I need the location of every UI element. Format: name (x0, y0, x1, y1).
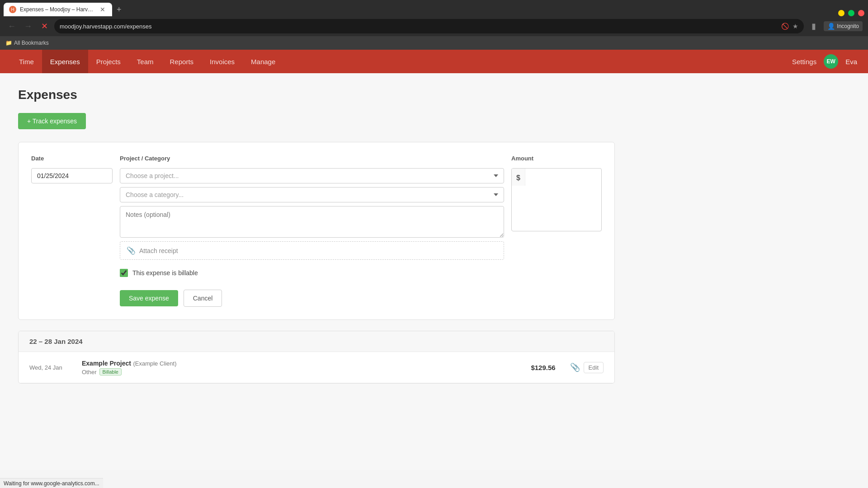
cancel-button[interactable]: Cancel (184, 290, 222, 307)
new-tab-button[interactable]: + (113, 3, 125, 16)
incognito-indicator: 👤 Incognito (824, 21, 863, 31)
address-bar[interactable]: moodjoy.harvestapp.com/expenses 🚫 ★ (54, 19, 804, 33)
browser-tab-bar: H Expenses – Moodjoy – Harvest ✕ + (0, 0, 868, 16)
attach-receipt-label: Attach receipt (139, 247, 178, 254)
close-button[interactable] (858, 10, 864, 16)
amount-input[interactable] (525, 169, 602, 231)
incognito-label: Incognito (837, 23, 859, 29)
form-header-row: Date Project / Category Amount (31, 155, 602, 164)
app-nav: Time Expenses Projects Team Reports Invo… (0, 50, 868, 73)
folder-icon: 📁 (5, 40, 12, 46)
page-content: Expenses + Track expenses Date Project /… (0, 73, 633, 398)
nav-item-manage[interactable]: Manage (243, 50, 283, 73)
project-category-label: Project / Category (120, 155, 504, 162)
week-header: 22 – 28 Jan 2024 (19, 331, 614, 352)
expense-project-name: Example Project (Example Client) (82, 359, 299, 367)
notes-textarea[interactable] (120, 206, 504, 238)
project-col-header: Project / Category (120, 155, 504, 164)
back-button[interactable]: ← (5, 20, 18, 33)
avatar: EW (824, 54, 838, 69)
paperclip-icon: 📎 (127, 246, 136, 255)
billable-badge: Billable (99, 368, 122, 375)
url-text: moodjoy.harvestapp.com/expenses (60, 23, 778, 30)
page-title: Expenses (18, 88, 615, 102)
date-column (31, 168, 113, 183)
bookmarks-label: All Bookmarks (14, 40, 49, 46)
nav-item-expenses[interactable]: Expenses (42, 50, 88, 73)
nav-item-reports[interactable]: Reports (162, 50, 202, 73)
nav-right: Settings EW Eva (792, 54, 857, 69)
tab-favicon: H (9, 6, 16, 13)
app-container: Time Expenses Projects Team Reports Invo… (0, 50, 868, 470)
sidebar-button[interactable]: ▮ (807, 20, 820, 33)
expense-project: Example Project (Example Client) Other B… (82, 359, 299, 375)
window-controls (838, 10, 864, 16)
settings-link[interactable]: Settings (792, 58, 816, 66)
minimize-button[interactable] (838, 10, 844, 16)
date-input[interactable] (31, 168, 113, 183)
form-actions: Save expense Cancel (120, 290, 504, 307)
amount-label: Amount (511, 155, 602, 162)
nav-item-projects[interactable]: Projects (88, 50, 129, 73)
maximize-button[interactable] (848, 10, 854, 16)
nav-item-invoices[interactable]: Invoices (202, 50, 243, 73)
address-icons: 🚫 ★ (781, 23, 798, 30)
form-main-row: Choose a project... Choose a category...… (31, 168, 602, 307)
star-icon[interactable]: ★ (793, 23, 798, 30)
tab-title: Expenses – Moodjoy – Harvest (20, 6, 95, 13)
billable-row: This expense is billable (120, 269, 504, 277)
visibility-off-icon: 🚫 (781, 23, 789, 30)
save-expense-button[interactable]: Save expense (120, 290, 178, 306)
attach-receipt-button[interactable]: 📎 Attach receipt (120, 241, 504, 260)
edit-button[interactable]: Edit (584, 362, 604, 373)
bookmarks-bar: 📁 All Bookmarks (0, 36, 868, 50)
project-category-column: Choose a project... Choose a category...… (120, 168, 504, 307)
billable-label: This expense is billable (132, 269, 198, 277)
project-select[interactable]: Choose a project... (120, 168, 504, 183)
amount-input-wrap: $ (511, 168, 602, 231)
incognito-icon: 👤 (827, 23, 835, 30)
browser-tab-active[interactable]: H Expenses – Moodjoy – Harvest ✕ (4, 3, 112, 16)
amount-col-header: Amount (511, 155, 602, 164)
expense-date: Wed, 24 Jan (29, 364, 75, 371)
expense-actions: 📎 Edit (570, 362, 604, 373)
category-select[interactable]: Choose a category... (120, 187, 504, 202)
track-expenses-button[interactable]: + Track expenses (18, 113, 86, 129)
expense-category: Other Billable (82, 368, 299, 375)
expense-form: Date Project / Category Amount Choose a (18, 142, 615, 320)
nav-items: Time Expenses Projects Team Reports Invo… (11, 50, 792, 73)
receipt-icon[interactable]: 📎 (570, 362, 580, 372)
username-label[interactable]: Eva (845, 58, 857, 66)
browser-addressbar: ← → ✕ moodjoy.harvestapp.com/expenses 🚫 … (0, 16, 868, 36)
browser-chrome: H Expenses – Moodjoy – Harvest ✕ + ← → ✕… (0, 0, 868, 50)
nav-item-team[interactable]: Team (129, 50, 162, 73)
tab-close-button[interactable]: ✕ (99, 5, 107, 14)
nav-item-time[interactable]: Time (11, 50, 42, 73)
week-section: 22 – 28 Jan 2024 Wed, 24 Jan Example Pro… (18, 331, 615, 384)
billable-checkbox[interactable] (120, 269, 128, 277)
date-label: Date (31, 155, 113, 162)
forward-button[interactable]: → (22, 20, 34, 33)
reload-button[interactable]: ✕ (38, 20, 51, 33)
expense-amount: $129.56 (531, 364, 555, 371)
amount-column: $ (511, 168, 602, 231)
dollar-sign: $ (512, 169, 525, 186)
table-row: Wed, 24 Jan Example Project (Example Cli… (19, 352, 614, 383)
date-col-header: Date (31, 155, 113, 164)
